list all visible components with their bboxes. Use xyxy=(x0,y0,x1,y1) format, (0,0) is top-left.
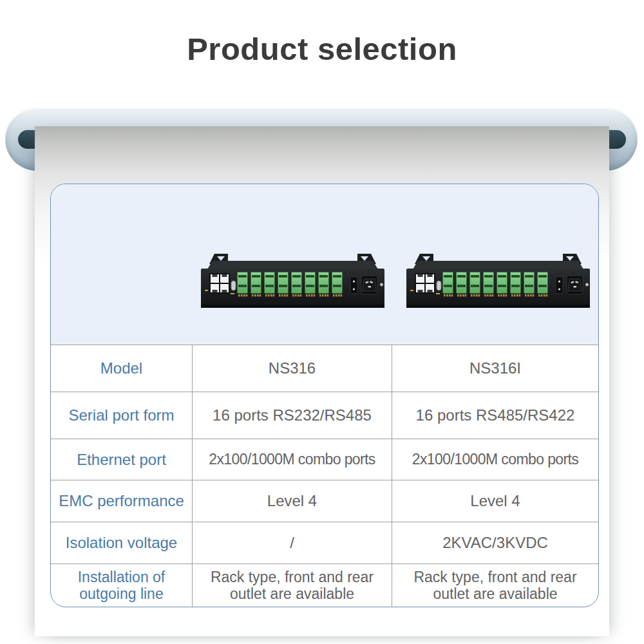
spec-row-label: Installation of outgoing line xyxy=(51,564,193,607)
spec-row-label: Isolation voltage xyxy=(51,522,193,564)
spec-value-ns316i: 2x100/1000M combo ports xyxy=(392,439,598,480)
spec-row-label: EMC performance xyxy=(51,480,193,522)
spec-row-label: Ethernet port xyxy=(51,439,193,480)
spec-row-label: Model xyxy=(51,345,193,392)
spec-value-ns316: / xyxy=(193,522,392,564)
page: Product selection xyxy=(0,0,644,644)
page-title: Product selection xyxy=(0,31,644,67)
spec-value-ns316: 2x100/1000M combo ports xyxy=(193,439,392,480)
device-image-ns316i xyxy=(406,252,590,310)
spec-value-ns316: 16 ports RS232/RS485 xyxy=(193,392,392,439)
spec-value-ns316: Rack type, front and rear outlet are ava… xyxy=(193,564,392,607)
spec-value-ns316i: 16 ports RS485/RS422 xyxy=(392,392,598,439)
spec-value-ns316i: 2KVAC/3KVDC xyxy=(392,522,598,564)
device-image-ns316 xyxy=(201,252,384,310)
product-images-panel xyxy=(51,184,598,345)
spec-table: Model NS316 NS316I Serial port form 16 p… xyxy=(51,345,598,607)
spec-value-ns316i: Level 4 xyxy=(392,480,598,522)
spec-value-ns316: NS316 xyxy=(193,345,392,392)
spec-value-ns316: Level 4 xyxy=(193,480,392,522)
spec-value-ns316i: Rack type, front and rear outlet are ava… xyxy=(392,564,598,607)
spec-row-label: Serial port form xyxy=(51,392,193,439)
spec-value-ns316i: NS316I xyxy=(392,345,598,392)
scroll-cap-left-icon xyxy=(18,130,36,149)
product-card: Model NS316 NS316I Serial port form 16 p… xyxy=(50,184,599,607)
scroll-cap-right-icon xyxy=(608,130,626,149)
